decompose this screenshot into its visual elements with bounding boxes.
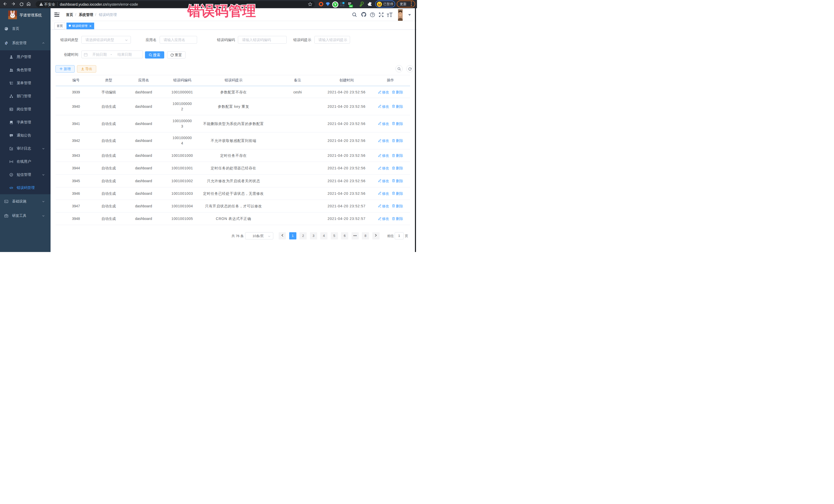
- svg-text:on: on: [350, 5, 352, 7]
